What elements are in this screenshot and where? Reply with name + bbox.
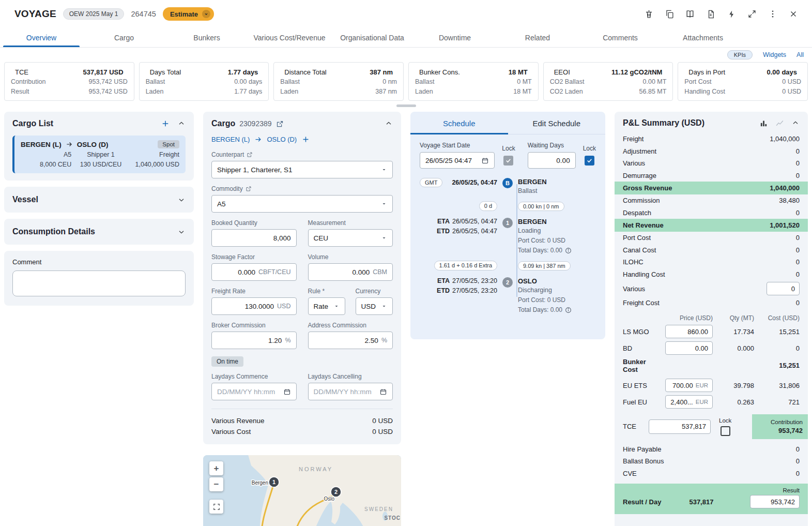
svg-text:2: 2 [334, 489, 338, 495]
external-link-icon[interactable] [247, 152, 253, 158]
result-input[interactable]: 953,742 [750, 495, 800, 508]
timeline-stop-discharging: ETA27/05/25, 23:20 ETD27/05/25, 23:20 2 … [420, 277, 596, 313]
laydays-commence-input[interactable]: DD/MM/YY hh:mm [211, 383, 297, 400]
expand-vessel-button[interactable] [177, 196, 186, 204]
tce-lock-checkbox[interactable] [721, 426, 730, 436]
pnl-column: P&L Summary (USD) Freight1,040,000 Adjus… [615, 112, 808, 526]
duplicate-icon[interactable] [661, 6, 678, 22]
map-fullscreen-button[interactable] [209, 500, 223, 514]
tab-attachments[interactable]: Attachments [662, 28, 744, 47]
kpi-view-all-link[interactable]: All [796, 51, 804, 58]
lsmgo-price-input[interactable]: 860.00 [665, 325, 713, 338]
add-port-button[interactable] [301, 135, 310, 144]
route-to-link[interactable]: OSLO (D) [267, 136, 297, 143]
tab-overview[interactable]: Overview [0, 28, 83, 47]
volume-input[interactable]: 0.000CBM [308, 263, 393, 281]
counterpart-select[interactable]: Shipper 1, Charterer, S1 [211, 161, 393, 178]
tab-downtime[interactable]: Downtime [413, 28, 496, 47]
leg-speed-distance-badge: 9.09 kn | 387 nm [518, 261, 571, 270]
add-cargo-button[interactable] [161, 119, 170, 128]
various-cost-label: Various Cost [211, 428, 251, 435]
kpi-view-widgets-link[interactable]: Widgets [763, 51, 786, 58]
stowage-factor-input[interactable]: 0.000CBFT/CEU [211, 263, 297, 281]
bar-chart-icon[interactable] [759, 119, 768, 128]
result-per-day-label: Result / Day [623, 498, 661, 506]
open-cargo-external-link-icon[interactable] [276, 120, 284, 128]
cargo-list-item[interactable]: BERGEN (L) OSLO (D) Spot A5 Shipper 1 Fr… [12, 136, 186, 173]
waiting-days-lock-checkbox[interactable] [585, 156, 594, 166]
voyage-start-date-input[interactable]: 26/05/25 04:47 [420, 152, 495, 169]
rule-select[interactable]: Rate [308, 297, 345, 315]
tab-related[interactable]: Related [496, 28, 579, 47]
pnl-row: Freight Cost0 [615, 297, 808, 309]
line-chart-icon[interactable] [775, 119, 784, 128]
log-book-icon[interactable] [682, 6, 698, 22]
bd-price-input[interactable]: 0.00 [665, 341, 713, 355]
external-link-icon[interactable] [246, 186, 252, 192]
tab-cargo[interactable]: Cargo [83, 28, 165, 47]
stop-port: OSLO [518, 277, 596, 285]
timeline-marker-start[interactable]: B [502, 178, 513, 188]
tce-row: TCE 537,817 Lock Contribution 953,742 [615, 414, 808, 439]
collapse-cargo-list-button[interactable] [177, 119, 186, 128]
estimate-mode-button[interactable]: Estimate [163, 7, 214, 21]
tab-bar: Overview Cargo Bunkers Various Cost/Reve… [0, 28, 812, 48]
more-options-icon[interactable] [764, 6, 781, 22]
schedule-column: Schedule Edit Schedule Voyage Start Date… [410, 112, 605, 339]
collapse-pnl-button[interactable] [791, 119, 800, 127]
delete-icon[interactable] [640, 6, 657, 22]
freight-rate-input[interactable]: 130.0000USD [211, 297, 297, 315]
info-icon[interactable] [565, 307, 572, 313]
waiting-days-input[interactable]: 0.00 [528, 152, 576, 169]
voyage-start-lock-checkbox[interactable] [503, 156, 513, 166]
calendar-icon [481, 157, 489, 164]
pnl-row: Freight1,040,000 [615, 133, 808, 145]
pnl-row: Demurrage0 [615, 170, 808, 182]
collapse-cargo-form-button[interactable] [385, 119, 393, 128]
info-icon[interactable] [565, 247, 572, 254]
voyage-start-date-field: Voyage Start Date 26/05/25 04:47 [420, 142, 495, 169]
svg-text:1: 1 [272, 479, 275, 485]
map-zoom-in-button[interactable]: + [209, 461, 223, 475]
fullscreen-icon[interactable] [744, 6, 760, 22]
laydays-cancelling-input[interactable]: DD/MM/YY hh:mm [308, 383, 393, 400]
eu-ets-price-input[interactable]: 700.00EUR [665, 379, 713, 392]
tab-various-cost-revenue[interactable]: Various Cost/Revenue [248, 28, 331, 47]
tab-organisational-data[interactable]: Organisational Data [331, 28, 413, 47]
spot-badge: Spot [158, 140, 179, 148]
various-cost-value: 0 USD [372, 428, 393, 435]
pnl-row: Hire Payable0 [615, 443, 808, 456]
timeline-marker-1[interactable]: 1 [502, 218, 513, 228]
booked-quantity-input[interactable]: 8,000 [211, 229, 297, 247]
pnl-various-input[interactable]: 0 [767, 282, 800, 295]
kpi-view-kpis-link[interactable]: KPIs [727, 50, 753, 59]
kpi-resize-handle[interactable] [396, 104, 416, 107]
address-commission-input[interactable]: 2.50% [308, 332, 393, 349]
schedule-panel: Schedule Edit Schedule Voyage Start Date… [410, 112, 605, 339]
broker-commission-input[interactable]: 1.20% [211, 332, 297, 349]
commodity-select[interactable]: A5 [211, 195, 393, 213]
tab-edit-schedule[interactable]: Edit Schedule [508, 112, 606, 134]
dropdown-caret-icon [381, 201, 387, 207]
kpi-card-bunker: Bunker Cons.18 MT Ballast0 MT Laden18 MT [408, 62, 539, 101]
route-map[interactable]: NORWAY SWEDEN STOC North Bergen Oslo 1 2 [203, 455, 401, 526]
expand-consumption-button[interactable] [177, 228, 186, 236]
tab-schedule[interactable]: Schedule [410, 112, 508, 134]
tab-bunkers[interactable]: Bunkers [165, 28, 248, 47]
fuel-eu-price-input[interactable]: 2,400...EUR [665, 395, 713, 409]
quick-actions-icon[interactable] [723, 6, 740, 22]
comment-textarea[interactable] [12, 270, 186, 296]
map-zoom-out-button[interactable]: − [209, 477, 223, 491]
tab-comments[interactable]: Comments [579, 28, 662, 47]
pnl-row: Port Cost0 [615, 232, 808, 244]
measurement-select[interactable]: CEU [308, 229, 393, 247]
route-from-link[interactable]: BERGEN (L) [211, 136, 250, 143]
tce-input[interactable]: 537,817 [649, 419, 711, 434]
calendar-icon [379, 388, 387, 396]
close-icon[interactable] [785, 6, 802, 22]
currency-select[interactable]: USD [356, 297, 393, 315]
cargo-item-quantity: 8,000 CEU [21, 161, 71, 168]
export-pdf-icon[interactable] [702, 6, 719, 22]
cargo-form-title: Cargo [211, 119, 235, 128]
timeline-marker-2[interactable]: 2 [502, 277, 513, 288]
